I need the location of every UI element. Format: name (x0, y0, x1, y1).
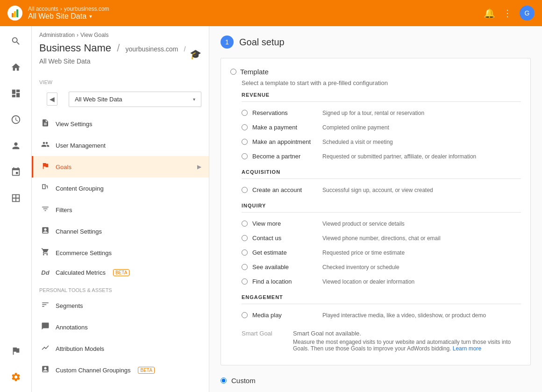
goal-option-contact-us[interactable]: Contact us Viewed phone number, directio… (230, 231, 521, 245)
goals-icon (41, 162, 50, 172)
sidebar: Administration › View Goals Business Nam… (32, 26, 209, 392)
nav-reports[interactable] (5, 108, 27, 131)
goal-option-find-location[interactable]: Find a location Viewed location or deale… (230, 274, 521, 289)
custom-option: Custom (221, 373, 531, 385)
create-account-radio[interactable] (242, 187, 248, 193)
view-selector-text: All Web Site Data (75, 96, 122, 103)
site-dropdown-arrow[interactable]: ▾ (89, 13, 92, 20)
goal-option-make-appointment[interactable]: Make an appointment Scheduled a visit or… (230, 135, 521, 149)
channel-settings-label: Channel Settings (56, 228, 102, 235)
sidebar-item-attribution-models[interactable]: Attribution Models (32, 338, 209, 359)
sidebar-view-section: VIEW ◀ All Web Site Data ▾ (32, 74, 209, 113)
template-radio[interactable] (230, 69, 236, 75)
media-play-radio[interactable] (242, 312, 248, 318)
become-partner-radio[interactable] (242, 153, 248, 159)
segments-label: Segments (56, 302, 83, 309)
nav-table[interactable] (5, 187, 27, 209)
slash2: / (184, 45, 185, 53)
sidebar-item-custom-channel-groupings[interactable]: Custom Channel Groupings BETA (32, 359, 209, 381)
goal-option-create-account[interactable]: Create an account Successful sign up, ac… (230, 183, 521, 197)
bell-icon[interactable]: 🔔 (484, 7, 495, 19)
see-available-radio[interactable] (242, 264, 248, 270)
contact-us-desc: Viewed phone number, directions, chat or… (322, 235, 441, 242)
nav-settings[interactable] (5, 366, 27, 388)
see-available-desc: Checked inventory or schedule (322, 264, 399, 271)
segments-icon (41, 300, 50, 311)
nav-home[interactable] (5, 56, 27, 78)
goal-option-reservations[interactable]: Reservations Signed up for a tour, renta… (230, 106, 521, 120)
nav-user[interactable] (5, 135, 27, 157)
contact-us-radio[interactable] (242, 235, 248, 241)
view-more-radio[interactable] (242, 221, 248, 227)
get-estimate-desc: Requested price or time estimate (322, 249, 405, 256)
become-partner-name: Become a partner (252, 153, 318, 160)
sidebar-item-ecommerce-settings[interactable]: Ecommerce Settings (32, 242, 209, 264)
sidebar-item-user-management[interactable]: User Management (32, 135, 209, 156)
sep1: › (60, 6, 62, 12)
inquiry-divider (242, 212, 521, 213)
get-estimate-radio[interactable] (242, 249, 248, 256)
media-play-name: Media play (252, 312, 318, 319)
make-appointment-radio[interactable] (242, 139, 248, 145)
sidebar-item-filters[interactable]: Filters (32, 199, 209, 221)
learn-more-link[interactable]: Learn more (453, 345, 481, 352)
make-payment-radio[interactable] (242, 124, 248, 130)
breadcrumb-admin[interactable]: Administration (39, 32, 75, 38)
view-more-name: View more (252, 220, 318, 227)
user-avatar[interactable]: G (520, 6, 535, 21)
view-label: VIEW (39, 79, 201, 85)
svg-rect-3 (16, 9, 18, 17)
account-domain[interactable]: yourbusiness.com (64, 6, 109, 12)
revenue-divider (242, 101, 521, 102)
make-payment-desc: Completed online payment (322, 124, 389, 131)
step-badge: 1 (221, 36, 234, 49)
goal-option-get-estimate[interactable]: Get estimate Requested price or time est… (230, 245, 521, 260)
sidebar-item-goals[interactable]: Goals ▶ (32, 156, 209, 178)
make-appointment-name: Make an appointment (252, 138, 318, 145)
custom-label: Custom (231, 377, 256, 385)
graduation-icon[interactable]: 🎓 (190, 49, 201, 60)
view-selector[interactable]: All Web Site Data ▾ (69, 92, 201, 107)
reservations-radio[interactable] (242, 110, 248, 116)
svg-rect-2 (14, 11, 16, 17)
more-options-icon[interactable]: ⋮ (503, 7, 512, 19)
nav-connections[interactable] (5, 161, 27, 183)
acquisition-title: ACQUISITION (230, 169, 521, 175)
inquiry-title: INQUIRY (230, 203, 521, 208)
goal-option-media-play[interactable]: Media play Played interactive media, lik… (230, 308, 521, 322)
custom-radio[interactable] (221, 378, 227, 384)
all-accounts-link[interactable]: All accounts (28, 6, 58, 12)
collapse-btn[interactable]: ◀ (47, 93, 57, 106)
goal-option-view-more[interactable]: View more Viewed product or service deta… (230, 216, 521, 231)
nav-flag[interactable] (5, 340, 27, 362)
view-settings-label: View Settings (56, 121, 93, 128)
personal-tools-label: PERSONAL TOOLS & ASSETS (32, 282, 209, 295)
goal-option-see-available[interactable]: See available Checked inventory or sched… (230, 260, 521, 274)
sidebar-item-annotations[interactable]: Annotations (32, 316, 209, 338)
get-estimate-name: Get estimate (252, 249, 318, 256)
sidebar-nav: View Settings User Management Goals ▶ C (32, 113, 209, 381)
sidebar-item-calculated-metrics[interactable]: Dd Calculated Metrics BETA (32, 264, 209, 282)
find-location-name: Find a location (252, 278, 318, 285)
sidebar-item-channel-settings[interactable]: Channel Settings (32, 221, 209, 242)
attribution-models-icon (41, 343, 50, 354)
user-management-icon (41, 140, 50, 150)
become-partner-desc: Requested or submitted partner, affiliat… (322, 153, 476, 160)
annotations-icon (41, 322, 50, 332)
sidebar-item-segments[interactable]: Segments (32, 295, 209, 316)
goal-setup-title: Goal setup (239, 37, 285, 48)
nav-dashboard[interactable] (5, 82, 27, 105)
nav-search[interactable] (5, 30, 27, 52)
find-location-radio[interactable] (242, 278, 248, 285)
icon-nav (0, 26, 32, 392)
goal-option-become-partner[interactable]: Become a partner Requested or submitted … (230, 149, 521, 164)
create-account-desc: Successful sign up, account, or view cre… (322, 187, 433, 193)
breadcrumb-page[interactable]: View Goals (80, 32, 108, 38)
create-account-name: Create an account (252, 186, 318, 193)
sidebar-item-view-settings[interactable]: View Settings (32, 113, 209, 135)
content-grouping-icon (41, 183, 50, 193)
goal-option-make-payment[interactable]: Make a payment Completed online payment (230, 120, 521, 135)
goal-setup-header: 1 Goal setup (221, 36, 531, 49)
custom-channel-groupings-beta: BETA (138, 367, 154, 374)
sidebar-item-content-grouping[interactable]: Content Grouping (32, 178, 209, 199)
